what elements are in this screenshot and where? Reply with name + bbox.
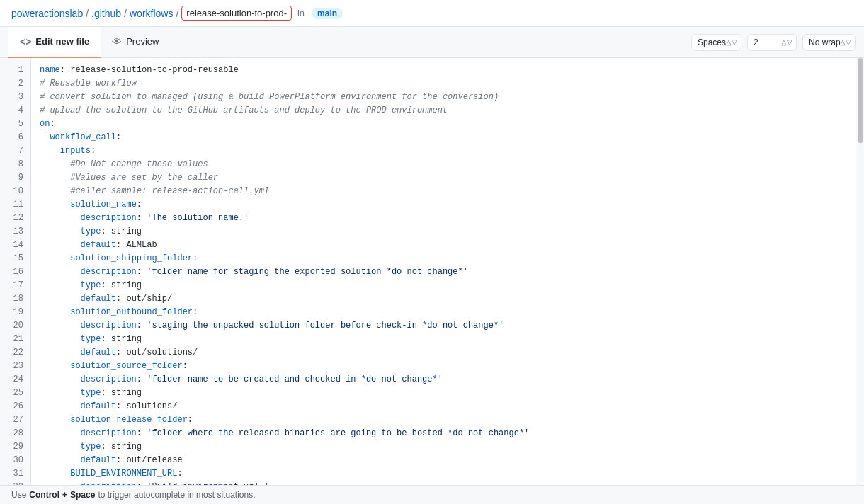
line-numbers: 1234567891011121314151617181920212223242… (0, 58, 31, 485)
editor-toolbar: <> Edit new file 👁 Preview Spaces △▽ 2 △… (0, 27, 864, 58)
line-number: 16 (0, 265, 30, 279)
code-line: default: ALMLab (40, 239, 856, 252)
status-use-text: Use (11, 490, 26, 500)
status-plus: + (62, 490, 67, 500)
line-number: 1 (0, 64, 30, 77)
tab-preview[interactable]: 👁 Preview (101, 27, 170, 58)
code-line: # convert solution to managed (using a b… (40, 91, 856, 104)
code-line: description: 'folder name to be created … (40, 373, 856, 386)
branch-badge[interactable]: main (312, 8, 343, 19)
line-number: 5 (0, 118, 30, 131)
code-area[interactable]: name: release-solution-to-prod-reusable#… (31, 58, 856, 485)
wrap-select[interactable]: No wrap (802, 34, 856, 51)
preview-tab-label: Preview (126, 36, 159, 47)
code-line: on: (40, 118, 856, 131)
code-line: #caller sample: release-action-call.yml (40, 185, 856, 198)
breadcrumb: poweractionslab / .github / workflows / … (0, 0, 864, 27)
code-line: solution_source_folder: (40, 360, 856, 373)
code-line: solution_outbound_folder: (40, 306, 856, 319)
line-number: 10 (0, 185, 30, 198)
line-number: 30 (0, 454, 30, 467)
line-number: 7 (0, 144, 30, 158)
line-number: 11 (0, 198, 30, 212)
line-number: 28 (0, 427, 30, 440)
indent-select[interactable]: 2 (747, 34, 797, 51)
line-number: 26 (0, 400, 30, 413)
line-number: 14 (0, 239, 30, 252)
breadcrumb-folder1[interactable]: .github (91, 8, 121, 19)
status-space-key: Space (70, 490, 95, 500)
line-number: 31 (0, 467, 30, 481)
code-line: description: 'The solution name.' (40, 212, 856, 225)
code-line: description: 'folder where the released … (40, 427, 856, 440)
toolbar-tabs: <> Edit new file 👁 Preview (8, 27, 170, 58)
breadcrumb-org[interactable]: poweractionslab (11, 8, 83, 19)
code-line: inputs: (40, 144, 856, 158)
code-line: solution_shipping_folder: (40, 252, 856, 265)
line-number: 17 (0, 279, 30, 292)
line-number: 23 (0, 360, 30, 373)
breadcrumb-current-file: release-solution-to-prod- (181, 6, 292, 21)
breadcrumb-in-text: in (297, 8, 305, 18)
code-line: solution_name: (40, 198, 856, 212)
line-number: 8 (0, 158, 30, 171)
code-line: #Values are set by the caller (40, 171, 856, 185)
code-line: # Reusable workflow (40, 77, 856, 91)
code-line: name: release-solution-to-prod-reusable (40, 64, 856, 77)
line-number: 19 (0, 306, 30, 319)
code-line: BUILD_ENVIRONMENT_URL: (40, 467, 856, 481)
line-number: 25 (0, 386, 30, 400)
line-number: 18 (0, 292, 30, 306)
breadcrumb-sep2: / (124, 8, 127, 19)
spaces-select-wrapper: Spaces △▽ (691, 34, 741, 51)
scrollbar-track[interactable] (856, 58, 864, 485)
spaces-select[interactable]: Spaces (691, 34, 741, 51)
code-line: type: string (40, 225, 856, 239)
edit-tab-label: Edit new file (35, 36, 89, 47)
code-line: type: string (40, 333, 856, 346)
line-number: 4 (0, 104, 30, 118)
line-number: 13 (0, 225, 30, 239)
code-line: type: string (40, 386, 856, 400)
line-number: 15 (0, 252, 30, 265)
code-line: workflow_call: (40, 131, 856, 144)
code-line: default: solutions/ (40, 400, 856, 413)
breadcrumb-folder2[interactable]: workflows (130, 8, 173, 19)
tab-edit[interactable]: <> Edit new file (8, 27, 101, 58)
breadcrumb-sep3: / (176, 8, 178, 19)
line-number: 6 (0, 131, 30, 144)
code-line: default: out/ship/ (40, 292, 856, 306)
status-rest-text: to trigger autocomplete in most situatio… (98, 490, 255, 500)
code-line: type: string (40, 279, 856, 292)
line-number: 22 (0, 346, 30, 360)
preview-icon: 👁 (112, 36, 122, 47)
line-number: 12 (0, 212, 30, 225)
status-control-key: Control (29, 490, 59, 500)
code-line: type: string (40, 440, 856, 454)
wrap-select-wrapper: No wrap △▽ (802, 34, 856, 51)
line-number: 27 (0, 413, 30, 427)
edit-icon: <> (20, 36, 31, 47)
code-line: default: out/solutions/ (40, 346, 856, 360)
code-line: description: 'folder name for staging th… (40, 265, 856, 279)
code-line: #Do Not change these values (40, 158, 856, 171)
line-number: 9 (0, 171, 30, 185)
editor-container: 1234567891011121314151617181920212223242… (0, 58, 864, 485)
line-number: 21 (0, 333, 30, 346)
line-number: 2 (0, 77, 30, 91)
line-number: 24 (0, 373, 30, 386)
scrollbar-thumb[interactable] (858, 58, 863, 143)
code-line: # upload the solution to the GitHub arti… (40, 104, 856, 118)
breadcrumb-sep1: / (86, 8, 89, 19)
line-number: 29 (0, 440, 30, 454)
code-line: solution_release_folder: (40, 413, 856, 427)
code-line: default: out/release (40, 454, 856, 467)
toolbar-options: Spaces △▽ 2 △▽ No wrap △▽ (691, 34, 856, 51)
line-number: 20 (0, 319, 30, 333)
line-number: 3 (0, 91, 30, 104)
status-bar: Use Control + Space to trigger autocompl… (0, 485, 864, 504)
code-line: description: 'staging the unpacked solut… (40, 319, 856, 333)
indent-select-wrapper: 2 △▽ (747, 34, 797, 51)
